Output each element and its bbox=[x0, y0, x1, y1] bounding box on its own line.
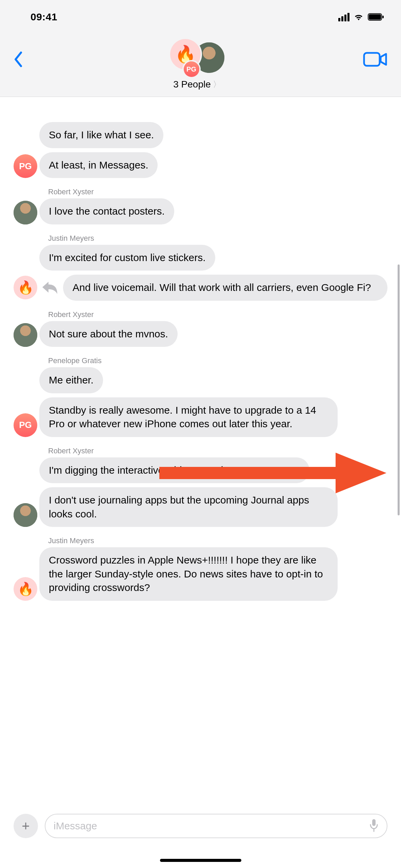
sender-avatar-pg: PG bbox=[14, 154, 37, 178]
message-row: I don't use journaling apps but the upco… bbox=[14, 487, 387, 527]
video-camera-icon bbox=[363, 52, 387, 67]
swipe-reply-row[interactable]: 🔥 And live voicemail. Will that work wit… bbox=[14, 275, 387, 301]
message-row: Penelope Gratis Me either. bbox=[14, 354, 387, 393]
sender-avatar-robert bbox=[14, 323, 37, 347]
message-row: PG At least, in Messages. bbox=[14, 152, 387, 178]
chevron-right-icon: 〉 bbox=[213, 79, 221, 90]
sender-avatar-penelope: PG bbox=[14, 413, 37, 437]
sender-name-label: Penelope Gratis bbox=[48, 356, 102, 365]
message-bubble-swiped[interactable]: And live voicemail. Will that work with … bbox=[63, 275, 387, 301]
home-indicator[interactable] bbox=[160, 859, 241, 862]
message-bubble[interactable]: Me either. bbox=[39, 367, 103, 393]
message-bubble[interactable]: At least, in Messages. bbox=[39, 152, 158, 178]
status-time: 09:41 bbox=[31, 11, 57, 23]
header-avatar-initials: PG bbox=[184, 61, 199, 77]
svg-rect-6 bbox=[372, 819, 376, 826]
sender-name-label: Robert Xyster bbox=[48, 188, 94, 196]
group-avatar-cluster: 🔥 PG bbox=[167, 39, 228, 73]
status-icons bbox=[338, 13, 384, 21]
conversation-title: 3 People bbox=[173, 79, 211, 90]
conversation-header[interactable]: 🔥 PG 3 People 〉 bbox=[0, 34, 401, 97]
add-button[interactable]: + bbox=[14, 814, 38, 838]
message-row: So far, I like what I see. bbox=[14, 122, 387, 148]
wifi-icon bbox=[354, 13, 364, 21]
sender-avatar-justin-fire: 🔥 bbox=[14, 276, 37, 299]
chevron-left-icon bbox=[14, 51, 23, 67]
cellular-signal-icon bbox=[338, 13, 349, 21]
header-title-row[interactable]: 3 People 〉 bbox=[173, 79, 221, 90]
message-row: Robert Xyster I love the contact posters… bbox=[14, 185, 387, 224]
reply-arrow-icon bbox=[39, 280, 60, 295]
message-bubble[interactable]: I'm excited for custom live stickers. bbox=[39, 245, 215, 271]
message-bubble[interactable]: I love the contact posters. bbox=[39, 198, 174, 224]
svg-rect-1 bbox=[369, 14, 381, 20]
svg-rect-2 bbox=[382, 16, 384, 18]
message-bubble[interactable]: Not sure about the mvnos. bbox=[39, 321, 178, 347]
message-bubble[interactable]: Crossword puzzles in Apple News+!!!!!!! … bbox=[39, 547, 338, 601]
back-button[interactable] bbox=[14, 39, 34, 66]
input-placeholder: iMessage bbox=[54, 820, 369, 832]
message-bubble[interactable]: I don't use journaling apps but the upco… bbox=[39, 487, 338, 527]
scroll-indicator[interactable] bbox=[398, 264, 400, 515]
plus-icon: + bbox=[22, 818, 29, 834]
message-row: Robert Xyster Not sure about the mvnos. bbox=[14, 308, 387, 347]
sender-avatar-robert bbox=[14, 201, 37, 224]
message-row: Justin Meyers I'm excited for custom liv… bbox=[14, 232, 387, 271]
sender-name-label: Robert Xyster bbox=[48, 310, 94, 319]
status-bar: 09:41 bbox=[0, 0, 401, 34]
message-row: 🔥 Justin Meyers Crossword puzzles in App… bbox=[14, 534, 387, 601]
sender-avatar-robert bbox=[14, 503, 37, 527]
sender-avatar-justin-fire: 🔥 bbox=[14, 577, 37, 601]
message-bubble[interactable]: So far, I like what I see. bbox=[39, 122, 163, 148]
sender-name-label: Justin Meyers bbox=[48, 234, 94, 243]
battery-icon bbox=[368, 13, 384, 21]
message-bubble[interactable]: Standby is really awesome. I might have … bbox=[39, 397, 338, 437]
header-center[interactable]: 🔥 PG 3 People 〉 bbox=[34, 39, 360, 90]
message-row: PG Standby is really awesome. I might ha… bbox=[14, 397, 387, 437]
phone-frame: 09:41 🔥 PG bbox=[0, 0, 401, 868]
facetime-button[interactable] bbox=[360, 39, 387, 66]
message-row: Robert Xyster I'm digging the interactiv… bbox=[14, 445, 387, 484]
messages-scroll-area[interactable]: So far, I like what I see. PG At least, … bbox=[0, 122, 401, 807]
message-bubble[interactable]: I'm digging the interactive widgets on t… bbox=[39, 457, 309, 484]
svg-rect-3 bbox=[364, 53, 380, 66]
sender-name-label: Justin Meyers bbox=[48, 536, 94, 545]
dictation-icon[interactable] bbox=[369, 818, 379, 833]
message-text-input[interactable]: iMessage bbox=[45, 814, 387, 838]
sender-name-label: Robert Xyster bbox=[48, 447, 94, 455]
